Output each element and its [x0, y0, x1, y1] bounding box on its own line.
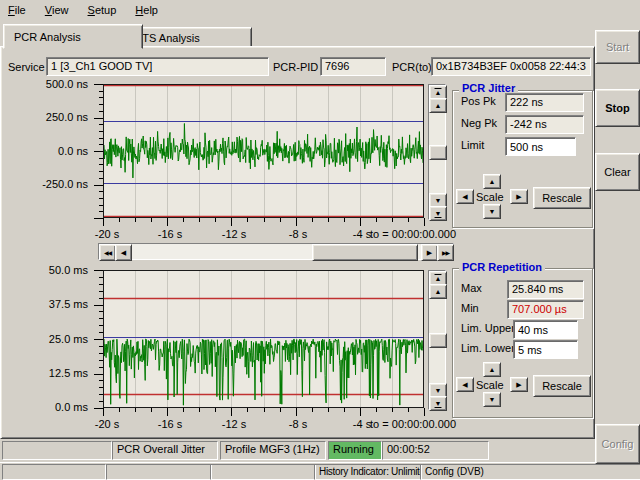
rep-vzoom-bottom-button[interactable]: ▼ — [429, 396, 447, 411]
down-arrow-bar-icon: ▼ — [435, 400, 442, 407]
down-arrow-bar-icon: ▼ — [435, 210, 442, 217]
up-arrow-icon: ▲ — [435, 288, 442, 295]
taskbar-empty-1 — [2, 464, 106, 480]
lim-lower-input[interactable] — [513, 340, 578, 359]
hscroll-page-right-button[interactable]: ▶▶ — [437, 244, 454, 261]
menu-file[interactable]: File — [0, 0, 34, 19]
taskbar-empty-3 — [210, 464, 316, 480]
service-value: 1 [3_Ch1 GOOD TV] — [51, 60, 152, 72]
rep-vscrollbar[interactable]: ▲ ▲ ▼ ▼ — [428, 270, 446, 410]
jitter-scale-right-button[interactable]: ▶ — [510, 189, 528, 204]
jitter-xtick-4: -4 s — [353, 228, 371, 240]
down-arrow-icon: ▼ — [435, 387, 442, 394]
stop-button[interactable]: Stop — [595, 89, 640, 127]
taskbar-config-mode: Config (DVB) — [420, 464, 640, 480]
jitter-rescale-label: Rescale — [542, 192, 582, 204]
tab-pts-analysis[interactable]: PTS Analysis — [124, 27, 252, 48]
pcr-to-label: PCR(to) — [392, 61, 432, 73]
rep-scale-down-button[interactable]: ▼ — [483, 392, 501, 407]
tab-pcr-analysis[interactable]: PCR Analysis — [3, 24, 143, 49]
jitter-hscrollbar[interactable]: ◀◀ ◀ ▶ ▶▶ — [98, 243, 454, 260]
down-arrow-icon: ▼ — [489, 396, 496, 403]
min-field: 707.000 µs — [507, 300, 584, 319]
lim-upper-input[interactable] — [513, 320, 578, 339]
service-field: 1 [3_Ch1 GOOD TV] — [46, 57, 269, 76]
up-arrow-icon: ▲ — [435, 102, 442, 109]
max-value: 25.840 ms — [512, 283, 563, 295]
start-button-label: Start — [606, 41, 629, 53]
min-value: 707.000 µs — [512, 303, 567, 315]
rep-xtick-12: -12 s — [222, 418, 246, 430]
start-button[interactable]: Start — [595, 30, 640, 64]
tab-pcr-analysis-label: PCR Analysis — [14, 31, 81, 43]
rep-vscroll-up-button[interactable]: ▲ — [429, 284, 447, 299]
hscroll-thumb[interactable] — [312, 244, 418, 261]
jitter-limit-input[interactable] — [505, 137, 576, 156]
pos-pk-label: Pos Pk — [461, 95, 496, 107]
rep-xtick-16: -16 s — [158, 418, 182, 430]
up-arrow-bar-icon: ▲ — [435, 275, 442, 282]
jitter-vzoom-bottom-button[interactable]: ▼ — [429, 206, 447, 221]
jitter-ytick-0: 0.0 ns — [30, 145, 88, 157]
jitter-vscroll-up-button[interactable]: ▲ — [429, 98, 447, 113]
hscroll-page-left-button[interactable]: ◀◀ — [99, 244, 116, 261]
clear-button-label: Clear — [604, 166, 630, 178]
left-arrow-icon: ◀ — [462, 381, 467, 389]
left-arrow-icon: ◀ — [462, 193, 467, 201]
status-measurement: PCR Overall Jitter — [112, 441, 218, 460]
rep-scale-label: Scale — [476, 379, 504, 391]
down-arrow-icon: ▼ — [489, 208, 496, 215]
rep-xtick-8: -8 s — [289, 418, 307, 430]
jitter-vscrollbar[interactable]: ▲ ▲ ▼ ▼ — [428, 84, 446, 220]
menu-setup[interactable]: Setup — [80, 0, 125, 19]
neg-pk-field: -242 ns — [505, 115, 584, 134]
status-profile: Profile MGF3 (1Hz) — [220, 441, 326, 460]
hscroll-left-button[interactable]: ◀ — [115, 244, 132, 261]
lim-upper-label: Lim. Upper — [461, 322, 515, 334]
config-button-label: Config — [602, 438, 634, 450]
rep-scale-up-button[interactable]: ▲ — [483, 362, 501, 377]
max-field: 25.840 ms — [507, 280, 584, 299]
pcr-to-value: 0x1B734B3EF 0x0058 22:44:3 — [436, 60, 586, 72]
clear-button[interactable]: Clear — [595, 153, 640, 191]
rep-scale-right-button[interactable]: ▶ — [510, 377, 528, 392]
pos-pk-value: 222 ns — [510, 96, 543, 108]
min-label: Min — [461, 302, 479, 314]
jitter-ytick-neg250: -250.0 ns — [30, 178, 88, 190]
neg-pk-label: Neg Pk — [461, 117, 497, 129]
rep-ytick-25: 25.0 ms — [30, 333, 88, 345]
rep-to-label: to = 00:00:00.000 — [370, 418, 456, 430]
hscroll-right-button[interactable]: ▶ — [421, 244, 438, 261]
menu-help[interactable]: Help — [127, 0, 166, 19]
jitter-xtick-20: -20 s — [95, 228, 119, 240]
pcr-pid-label: PCR-PID — [273, 61, 318, 73]
lim-lower-label: Lim. Lower — [461, 342, 515, 354]
up-arrow-bar-icon: ▲ — [435, 89, 442, 96]
jitter-xtick-12: -12 s — [222, 228, 246, 240]
pcr-to-field: 0x1B734B3EF 0x0058 22:44:3 — [431, 57, 591, 76]
jitter-scale-up-button[interactable]: ▲ — [483, 174, 501, 189]
pcr-repetition-chart — [91, 270, 426, 422]
up-arrow-icon: ▲ — [489, 178, 496, 185]
jitter-vscroll-thumb[interactable] — [429, 145, 447, 160]
rep-rescale-button[interactable]: Rescale — [533, 375, 591, 397]
menu-bar: File View Setup Help — [0, 0, 640, 22]
pcr-analyzer-window: File View Setup Help PCR Analysis PTS An… — [0, 0, 640, 480]
service-label: Service — [8, 61, 45, 73]
rep-ytick-37: 37.5 ms — [30, 298, 88, 310]
config-button[interactable]: Config — [595, 424, 640, 464]
jitter-scale-left-button[interactable]: ◀ — [456, 189, 474, 204]
status-running: Running — [328, 441, 382, 460]
menu-view[interactable]: View — [37, 0, 77, 19]
neg-pk-value: -242 ns — [510, 118, 547, 130]
jitter-scale-down-button[interactable]: ▼ — [483, 204, 501, 219]
double-right-arrow-icon: ▶▶ — [442, 249, 449, 256]
stop-button-label: Stop — [605, 102, 629, 114]
rep-vscroll-thumb[interactable] — [429, 333, 447, 348]
jitter-ytick-250: 250.0 ns — [30, 111, 88, 123]
taskbar: History Indicator: Unlimited Config (DVB… — [0, 462, 640, 480]
tab-pts-analysis-label: PTS Analysis — [135, 32, 200, 44]
jitter-rescale-button[interactable]: Rescale — [533, 187, 591, 209]
rep-scale-left-button[interactable]: ◀ — [456, 377, 474, 392]
pcr-jitter-chart — [91, 84, 426, 232]
